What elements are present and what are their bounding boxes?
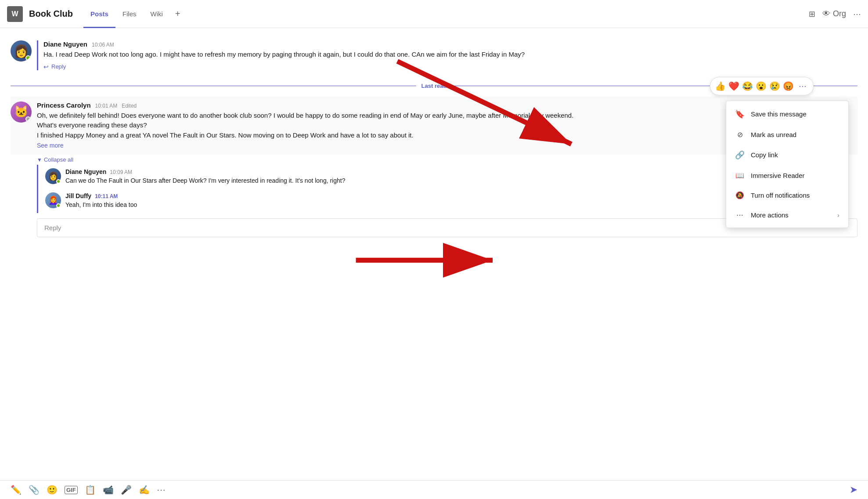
- edited-label: Edited: [122, 103, 137, 109]
- message-header-diane: Diane Nguyen 10:06 AM: [43, 40, 857, 48]
- reply-icon: ↩: [43, 63, 49, 70]
- toolbar: ✏️ 📎 🙂 GIF 📋 📹 🎤 ✍️ ⋯ ➤: [0, 480, 868, 499]
- nav-tabs: Posts Files Wiki +: [83, 0, 186, 28]
- message-text-diane: Ha. I read Deep Work not too long ago. I…: [43, 50, 857, 60]
- chevron-right-icon: ›: [837, 211, 839, 219]
- emoji-icon[interactable]: 🙂: [47, 485, 58, 495]
- see-more-button[interactable]: See more: [37, 142, 64, 149]
- meeting-button[interactable]: ⊞: [809, 9, 815, 19]
- reply-time-diane: 10:09 AM: [110, 169, 132, 175]
- message-block-diane: 👩 Diane Nguyen 10:06 AM Ha. I read Deep …: [11, 35, 857, 76]
- author-diane: Diane Nguyen: [43, 40, 87, 48]
- mark-unread-item[interactable]: ⊘ Mark as unread: [726, 125, 848, 145]
- link-icon: 🔗: [735, 150, 745, 160]
- meeting-icon: ⊞: [809, 9, 815, 19]
- reply-status-dot-diane: [56, 179, 61, 184]
- draw-icon[interactable]: ✍️: [139, 485, 150, 495]
- status-dot-diane: [25, 55, 31, 61]
- thumbs-up-reaction[interactable]: 👍: [715, 81, 726, 91]
- header-right: ⊞ 👁 Org ⋯: [809, 9, 861, 19]
- channel-title: Book Club: [29, 9, 73, 19]
- audio-icon[interactable]: 🎤: [121, 485, 132, 495]
- wow-reaction[interactable]: 😮: [756, 81, 767, 91]
- message-block-princess: 👍 ❤️ 😂 😮 😢 😡 ⋯ 🔖 Save this message ⊘: [11, 96, 857, 155]
- avatar-diane: 👩: [11, 40, 32, 61]
- format-icon[interactable]: ✏️: [11, 485, 22, 495]
- bell-off-icon: 🔕: [735, 191, 745, 199]
- header: W Book Club Posts Files Wiki + ⊞ 👁 Org ⋯: [0, 0, 868, 28]
- heart-reaction[interactable]: ❤️: [728, 81, 739, 91]
- video-icon[interactable]: 📹: [103, 485, 114, 495]
- copy-link-item[interactable]: 🔗 Copy link: [726, 145, 848, 166]
- main-content: 👩 Diane Nguyen 10:06 AM Ha. I read Deep …: [0, 28, 868, 499]
- sticker-icon[interactable]: 📋: [85, 485, 96, 495]
- reply-avatar-diane: 👩: [45, 168, 61, 184]
- message-content-diane: Diane Nguyen 10:06 AM Ha. I read Deep Wo…: [37, 40, 857, 70]
- author-princess: Princess Carolyn: [37, 101, 91, 109]
- last-read-label: Last read: [421, 83, 447, 89]
- sad-reaction[interactable]: 😢: [769, 81, 780, 91]
- angry-reaction[interactable]: 😡: [783, 81, 794, 91]
- tab-add[interactable]: +: [170, 0, 186, 28]
- divider-line-left: [11, 86, 416, 86]
- tab-wiki[interactable]: Wiki: [144, 0, 170, 28]
- bookmark-icon: 🔖: [735, 109, 745, 119]
- chat-area: 👩 Diane Nguyen 10:06 AM Ha. I read Deep …: [0, 28, 868, 499]
- org-button[interactable]: 👁 Org: [822, 9, 846, 18]
- tab-files[interactable]: Files: [115, 0, 144, 28]
- reaction-bar: 👍 ❤️ 😂 😮 😢 😡 ⋯: [710, 77, 814, 95]
- ellipsis-icon: ⋯: [853, 9, 861, 19]
- time-princess: 10:01 AM: [95, 103, 118, 109]
- turn-off-notifications-item[interactable]: 🔕 Turn off notifications: [726, 185, 848, 205]
- send-icon[interactable]: ➤: [850, 484, 857, 495]
- status-dot-princess: [25, 116, 31, 122]
- messages-container: 👩 Diane Nguyen 10:06 AM Ha. I read Deep …: [0, 28, 868, 480]
- reply-author-diane: Diane Nguyen: [65, 168, 106, 175]
- collapse-icon: ▼: [37, 157, 42, 163]
- laugh-reaction[interactable]: 😂: [742, 81, 753, 91]
- reply-time-jill: 10:11 AM: [95, 193, 118, 199]
- time-diane: 10:06 AM: [92, 42, 114, 48]
- reply-author-jill: Jill Duffy: [65, 192, 91, 199]
- tab-posts[interactable]: Posts: [83, 0, 115, 28]
- attach-icon[interactable]: 📎: [29, 485, 40, 495]
- reader-icon: 📖: [735, 171, 745, 180]
- reply-status-dot-jill: [56, 203, 61, 208]
- more-actions-icon: ⋯: [735, 211, 745, 219]
- more-options-button[interactable]: ⋯: [853, 9, 861, 19]
- eye-icon: 👁: [822, 9, 830, 18]
- avatar-princess: 🐱: [11, 101, 32, 123]
- immersive-reader-item[interactable]: 📖 Immersive Reader: [726, 166, 848, 185]
- context-menu: 🔖 Save this message ⊘ Mark as unread 🔗 C…: [726, 101, 849, 228]
- workspace-icon[interactable]: W: [7, 6, 23, 22]
- reply-avatar-jill: 👩‍🦰: [45, 192, 61, 208]
- reply-button-diane[interactable]: ↩ Reply: [43, 63, 857, 70]
- more-reactions-button[interactable]: ⋯: [796, 80, 809, 92]
- gif-icon[interactable]: GIF: [65, 486, 78, 494]
- more-actions-item[interactable]: ⋯ More actions ›: [726, 205, 848, 225]
- unread-icon: ⊘: [735, 130, 745, 139]
- more-toolbar-icon[interactable]: ⋯: [157, 485, 166, 495]
- save-message-item[interactable]: 🔖 Save this message: [726, 104, 848, 125]
